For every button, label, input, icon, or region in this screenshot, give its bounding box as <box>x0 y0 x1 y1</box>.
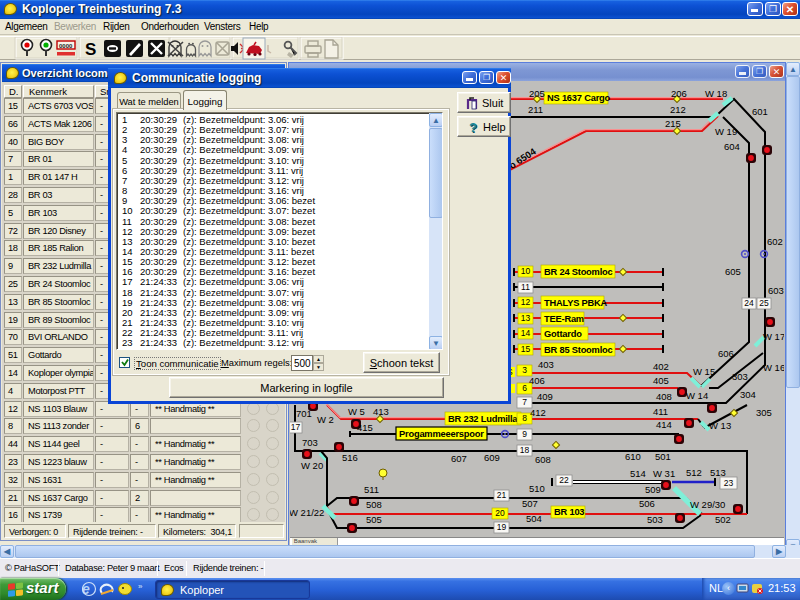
svg-text:211: 211 <box>528 104 543 115</box>
svg-text:405: 405 <box>653 375 669 386</box>
svg-text:411: 411 <box>653 406 668 417</box>
svg-text:W 2: W 2 <box>317 414 334 425</box>
svg-text:W 31: W 31 <box>653 468 675 479</box>
svg-text:W 13: W 13 <box>709 420 731 431</box>
svg-text:304: 304 <box>740 389 756 400</box>
svg-text:502: 502 <box>715 514 731 525</box>
svg-text:606: 606 <box>718 348 734 359</box>
svg-text:8: 8 <box>522 413 527 423</box>
svg-text:11: 11 <box>521 282 530 292</box>
svg-text:212: 212 <box>670 104 686 115</box>
svg-text:206: 206 <box>671 88 687 99</box>
svg-text:205: 205 <box>529 88 545 99</box>
svg-text:512: 512 <box>686 467 702 478</box>
svg-text:23: 23 <box>724 478 734 488</box>
svg-text:W 29/30: W 29/30 <box>690 499 725 510</box>
svg-text:511: 511 <box>364 484 379 495</box>
svg-text:305: 305 <box>756 407 772 418</box>
svg-text:W 14: W 14 <box>686 390 708 401</box>
svg-text:22: 22 <box>559 475 569 485</box>
svg-text:507: 507 <box>522 498 538 509</box>
svg-text:9: 9 <box>522 429 527 439</box>
svg-text:608: 608 <box>535 454 551 465</box>
svg-text:W 17: W 17 <box>763 331 784 342</box>
svg-text:415: 415 <box>357 422 373 433</box>
svg-text:7: 7 <box>522 397 527 407</box>
svg-text:508: 508 <box>366 499 382 510</box>
svg-text:NS 1637 Cargo: NS 1637 Cargo <box>547 93 611 103</box>
svg-text:W 20: W 20 <box>301 460 323 471</box>
svg-text:14: 14 <box>521 328 531 338</box>
svg-text:506: 506 <box>639 498 655 509</box>
svg-text:602: 602 <box>767 236 783 247</box>
svg-text:17: 17 <box>291 422 301 432</box>
svg-text:504: 504 <box>526 513 542 524</box>
svg-text:703: 703 <box>302 437 318 448</box>
svg-text:TEE-Ram: TEE-Ram <box>544 314 584 324</box>
svg-text:609: 609 <box>484 452 500 463</box>
svg-text:603: 603 <box>768 285 784 296</box>
svg-text:509: 509 <box>645 484 661 495</box>
svg-text:402: 402 <box>653 361 669 372</box>
svg-text:20: 20 <box>495 508 505 518</box>
svg-text:6: 6 <box>522 383 527 393</box>
svg-text:25: 25 <box>759 298 769 308</box>
svg-text:W 15: W 15 <box>693 366 715 377</box>
svg-text:513: 513 <box>710 467 726 478</box>
svg-text:3: 3 <box>522 365 527 375</box>
svg-text:W 18: W 18 <box>705 88 727 99</box>
svg-text:24: 24 <box>744 298 754 308</box>
svg-text:18: 18 <box>520 445 530 455</box>
svg-text:610: 610 <box>625 451 641 462</box>
svg-text:»: » <box>138 582 143 591</box>
svg-text:W 21/22: W 21/22 <box>290 507 324 518</box>
svg-text:19: 19 <box>497 522 507 532</box>
svg-text:501: 501 <box>655 451 671 462</box>
svg-text:215: 215 <box>665 118 681 129</box>
svg-text:514: 514 <box>630 468 646 479</box>
svg-text:516: 516 <box>342 452 358 463</box>
svg-text:BR 232 Ludmilla: BR 232 Ludmilla <box>448 414 518 424</box>
svg-text:BR 103: BR 103 <box>554 507 584 517</box>
svg-text:21: 21 <box>497 490 507 500</box>
svg-text:S: S <box>85 40 96 59</box>
svg-text:701: 701 <box>296 408 312 419</box>
svg-text:510: 510 <box>529 483 545 494</box>
svg-text:413: 413 <box>373 406 389 417</box>
svg-text:THALYS PBKA: THALYS PBKA <box>544 298 608 308</box>
svg-text:409: 409 <box>537 391 553 402</box>
svg-text:414: 414 <box>656 419 672 430</box>
svg-text:0000: 0000 <box>59 43 73 49</box>
svg-text:406: 406 <box>529 375 545 386</box>
svg-text:15: 15 <box>521 344 531 354</box>
svg-text:604: 604 <box>724 141 740 152</box>
svg-text:13: 13 <box>521 313 531 323</box>
svg-text:10: 10 <box>521 266 531 276</box>
svg-text:605: 605 <box>725 266 741 277</box>
svg-text:BR 85 Stoomloc: BR 85 Stoomloc <box>544 345 613 355</box>
svg-text:W 5: W 5 <box>348 406 365 417</box>
svg-text:601: 601 <box>752 106 768 117</box>
svg-text:12: 12 <box>521 297 531 307</box>
svg-text:W 19: W 19 <box>715 126 737 137</box>
svg-text:403: 403 <box>538 359 554 370</box>
svg-text:412: 412 <box>530 407 546 418</box>
svg-text:303: 303 <box>732 371 748 382</box>
svg-text:505: 505 <box>366 514 382 525</box>
svg-text:W 16: W 16 <box>763 362 784 373</box>
svg-text:607: 607 <box>451 453 467 464</box>
svg-text:408: 408 <box>656 391 672 402</box>
svg-text:Progammeeerspoor: Progammeeerspoor <box>399 429 484 439</box>
svg-text:BR 24 Stoomloc: BR 24 Stoomloc <box>544 267 613 277</box>
svg-text:503: 503 <box>647 514 663 525</box>
svg-text:Gottardo: Gottardo <box>544 329 582 339</box>
